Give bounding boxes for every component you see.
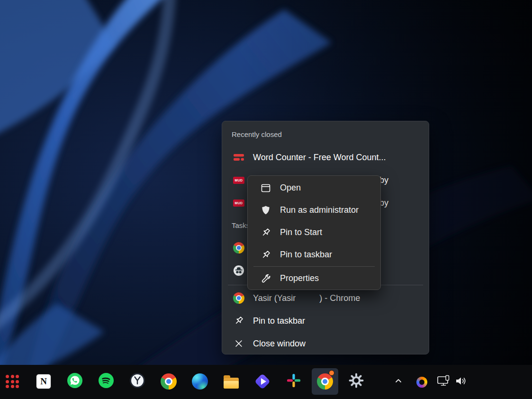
taskbar-apps: N: [0, 368, 370, 395]
whatsapp-icon: [67, 372, 83, 390]
speaker-icon: [454, 374, 468, 390]
pin-icon: [233, 315, 245, 327]
chrome-icon: [233, 292, 245, 304]
pin-icon: [260, 227, 271, 238]
security-tray-button[interactable]: [413, 373, 430, 390]
taskbar-icon-media-player[interactable]: [249, 368, 276, 395]
volume-tray-button[interactable]: [452, 373, 469, 390]
folder-icon: [224, 378, 239, 389]
menu-item-label: Open: [280, 183, 301, 193]
show-hidden-icons-button[interactable]: [390, 373, 407, 390]
window-icon: [260, 182, 271, 194]
context-menu: Open Run as administrator Pin to Start: [247, 175, 381, 290]
gear-icon: [348, 372, 364, 390]
menu-item-pin-to-taskbar[interactable]: Pin to taskbar: [250, 244, 378, 266]
admin-shield-icon: [260, 205, 271, 216]
menu-item-label: Pin to Start: [280, 227, 322, 237]
chevron-up-icon: [394, 376, 403, 388]
taskbar-icon-spotify[interactable]: [93, 368, 119, 395]
display-icon: [436, 374, 451, 390]
jumplist-item-pin-to-taskbar[interactable]: Pin to taskbar: [224, 309, 427, 332]
taskbar-icon-file-explorer[interactable]: [218, 368, 244, 395]
notification-badge: [329, 370, 334, 376]
menu-item-pin-to-start[interactable]: Pin to Start: [250, 221, 378, 244]
menu-item-label: Pin to taskbar: [280, 250, 332, 260]
security-ring-icon: [416, 377, 427, 388]
jumplist-item-label: Close window: [253, 339, 306, 349]
menu-item-label: Run as administrator: [280, 205, 359, 215]
menu-item-properties[interactable]: Properties: [250, 267, 378, 290]
red-dots-grid-icon: [6, 375, 19, 388]
taskbar-icon-launcher-dots[interactable]: [0, 368, 26, 395]
mud-badge-icon: MUD: [233, 197, 245, 209]
chrome-icon: [161, 373, 177, 390]
incognito-icon: [233, 264, 245, 277]
taskbar-icon-clock[interactable]: [124, 368, 151, 395]
jumplist-item-label: Yasir (Yasir ) - Chrome: [253, 293, 360, 303]
spotify-icon: [98, 372, 114, 390]
taskbar-icon-slack[interactable]: [280, 368, 307, 395]
clock-icon: [129, 372, 145, 390]
taskbar-icon-chrome[interactable]: [155, 368, 182, 395]
menu-item-run-as-administrator[interactable]: Run as administrator: [250, 199, 378, 221]
taskbar-icon-edge[interactable]: [187, 368, 213, 395]
desktop: Recently closed Word Counter - Free Word…: [0, 0, 532, 399]
taskbar-icon-settings[interactable]: [343, 368, 370, 395]
jumplist-item-current-window[interactable]: Yasir (Yasir ) - Chrome: [224, 287, 427, 309]
chrome-icon: [233, 242, 245, 254]
jumplist-item-close-window[interactable]: Close window: [224, 332, 427, 355]
notion-icon: N: [36, 374, 51, 389]
pin-icon: [260, 249, 271, 261]
taskbar-icon-whatsapp[interactable]: [62, 368, 88, 395]
wrench-icon: [260, 273, 271, 284]
taskbar: N: [0, 365, 532, 399]
mud-badge-icon: MUD: [233, 174, 245, 186]
jumplist-item-label: Word Counter - Free Word Count...: [253, 153, 386, 163]
taskbar-icon-chrome-active[interactable]: [312, 368, 338, 395]
menu-separator: [253, 266, 375, 267]
display-tray-button[interactable]: [435, 373, 452, 390]
slack-icon: [286, 373, 301, 390]
jumplist-item-word-counter[interactable]: Word Counter - Free Word Count...: [224, 146, 427, 169]
jumplist-item-label: Pin to taskbar: [253, 316, 305, 326]
taskbar-icon-notion[interactable]: N: [30, 368, 57, 395]
chrome-icon: [317, 373, 333, 390]
edge-icon: [192, 373, 208, 390]
menu-item-open[interactable]: Open: [250, 177, 378, 199]
menu-item-label: Properties: [280, 273, 319, 283]
purple-diamond-play-icon: [254, 373, 271, 390]
close-icon: [233, 337, 245, 350]
recently-closed-header: Recently closed: [232, 130, 282, 138]
word-counter-icon: [233, 151, 245, 163]
